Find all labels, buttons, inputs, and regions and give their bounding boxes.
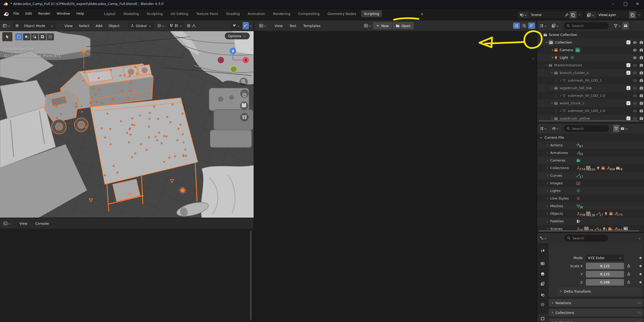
text-datablock-button[interactable] [363, 22, 373, 29]
collapse-chevron[interactable] [540, 136, 542, 138]
outliner-row-masterinstances[interactable]: MasterInstances✓ [537, 61, 644, 69]
open-text-button[interactable]: Open [392, 22, 414, 29]
text-menu-text[interactable]: Text [287, 23, 298, 29]
panel-delta-transform[interactable]: Delta Transform [557, 287, 641, 296]
hide-in-viewport-toggle[interactable] [633, 55, 637, 60]
disable-in-renders-toggle[interactable] [639, 63, 643, 67]
remove-viewlayer-button[interactable]: ✕ [636, 13, 642, 17]
maximize-button[interactable] [619, 0, 631, 8]
disable-in-renders-toggle[interactable] [639, 40, 643, 45]
collapse-chevron[interactable] [545, 41, 548, 43]
select-invert-button[interactable] [39, 33, 46, 40]
panel-instancing[interactable]: Instancing [549, 318, 643, 322]
hide-in-viewport-toggle[interactable] [633, 71, 637, 75]
outliner-filter-button[interactable] [613, 22, 623, 29]
console-editor-type-button[interactable] [2, 219, 13, 227]
show-gizmo-button[interactable] [231, 22, 241, 29]
outliner-display-mode-button[interactable] [538, 22, 549, 30]
menu-help[interactable]: Help [74, 10, 87, 17]
hide-in-viewport-toggle[interactable] [633, 40, 637, 45]
text-editor-type-button[interactable] [258, 22, 268, 30]
expand-chevron[interactable] [546, 197, 548, 199]
hide-in-viewport-toggle[interactable] [633, 86, 637, 90]
hide-in-viewport-toggle[interactable] [633, 78, 637, 83]
blendfile-search-input[interactable]: Search [564, 125, 609, 132]
menu-window[interactable]: Window [54, 10, 72, 17]
workspace-tab-rendering[interactable]: Rendering [270, 10, 293, 17]
blendfile-row-palettes[interactable]: Palettes [537, 217, 644, 225]
select-set-button[interactable] [15, 33, 23, 40]
hide-in-viewport-toggle[interactable] [633, 109, 637, 113]
expand-chevron[interactable] [551, 49, 553, 51]
outliner-row-scene-collection[interactable]: Scene Collection [537, 31, 644, 39]
collapse-chevron[interactable] [551, 71, 553, 73]
animate-dot[interactable] [640, 265, 641, 267]
workspace-tab-geometry-nodes[interactable]: Geometry Nodes [325, 10, 359, 17]
select-intersect-button[interactable] [47, 33, 54, 40]
new-collection-button[interactable] [623, 22, 629, 29]
hide-in-viewport-toggle[interactable] [633, 101, 637, 105]
blendfile-row-cameras[interactable]: Cameras [537, 157, 644, 164]
blendfile-hscrollbar[interactable] [539, 230, 639, 232]
pin-scene-button[interactable] [564, 13, 570, 17]
expand-chevron[interactable] [559, 79, 561, 81]
expand-chevron[interactable] [559, 94, 561, 96]
transform-orientation-dropdown[interactable]: Global [128, 22, 154, 29]
select-subtract-button[interactable] [31, 33, 38, 40]
properties-tab-scene[interactable] [537, 290, 548, 300]
options-dropdown[interactable]: Options [225, 33, 250, 39]
syntax-highlight-toggle[interactable] [528, 23, 535, 29]
scene-browse-button[interactable] [518, 11, 529, 18]
exclude-checkbox[interactable]: ✓ [626, 71, 630, 75]
animate-dot[interactable] [640, 281, 641, 283]
text-menu-view[interactable]: View [272, 23, 285, 29]
outliner-search-input[interactable]: Search [564, 22, 609, 29]
select-extend-button[interactable] [23, 33, 30, 40]
collapse-chevron[interactable] [545, 64, 548, 66]
add-workspace-button[interactable]: + [420, 12, 424, 17]
workspace-tab-compositing[interactable]: Compositing [295, 10, 323, 17]
blendfile-row-curves[interactable]: Curves17 [537, 172, 644, 179]
close-button[interactable]: ✕ [631, 0, 643, 8]
expand-chevron[interactable] [546, 182, 548, 184]
panel-collections[interactable]: Collections [549, 308, 643, 317]
text-menu-templates[interactable]: Templates [301, 23, 323, 29]
lock-toggle[interactable] [627, 272, 631, 276]
properties-tab-tool[interactable] [537, 246, 548, 256]
viewport-menu-view[interactable]: View [62, 23, 75, 29]
expand-chevron[interactable] [546, 144, 548, 146]
hide-in-viewport-toggle[interactable] [633, 48, 637, 52]
viewlayer-browse-button[interactable] [586, 11, 596, 18]
expand-chevron[interactable] [546, 159, 548, 161]
menu-render[interactable]: Render [36, 10, 53, 17]
minimize-button[interactable]: – [607, 0, 619, 8]
disable-in-renders-toggle[interactable] [639, 71, 643, 75]
outliner-row-light[interactable]: Light [537, 54, 644, 61]
properties-tab-world[interactable] [537, 300, 548, 309]
disable-in-renders-toggle[interactable] [639, 101, 643, 105]
workspace-tab-shading[interactable]: Shading [223, 10, 243, 17]
expand-chevron[interactable] [546, 228, 548, 230]
panel-relations[interactable]: Relations [549, 299, 643, 307]
exclude-checkbox[interactable]: ✓ [626, 63, 630, 67]
outliner-filter-type-button[interactable] [550, 22, 561, 30]
properties-tab-output[interactable] [537, 269, 548, 279]
outliner-row-submesh-00-lod-1[interactable]: submesh_00_LOD_1 [537, 77, 644, 84]
disable-in-renders-toggle[interactable] [639, 116, 643, 121]
workspace-tab-uv-editing[interactable]: UV Editing [168, 10, 191, 17]
outliner-row-submesh-00-lod-1-0[interactable]: submesh_00_LOD_1.0 [537, 92, 644, 99]
viewport-3d[interactable]: Z X Obj [0, 20, 254, 218]
menu-file[interactable]: File [11, 10, 21, 17]
viewport-menu-object[interactable]: Object [106, 23, 122, 29]
field-value-input[interactable]: 9.125 [586, 271, 624, 277]
blendfile-row-objects[interactable]: Objects75813K17175 [537, 210, 644, 217]
new-text-button[interactable]: New [373, 22, 392, 29]
text-sidebar-collapse-arrow[interactable]: ‹ [532, 56, 534, 61]
expand-chevron[interactable] [546, 167, 548, 169]
blendfile-row-armatures[interactable]: Armatures55 [537, 149, 644, 157]
expand-chevron[interactable] [546, 212, 548, 214]
pivot-point-dropdown[interactable] [156, 22, 166, 29]
workspace-tab-texture-paint[interactable]: Texture Paint [193, 10, 221, 17]
disable-in-renders-toggle[interactable] [639, 78, 643, 83]
mode-dropdown[interactable]: Object Mode [13, 22, 56, 29]
